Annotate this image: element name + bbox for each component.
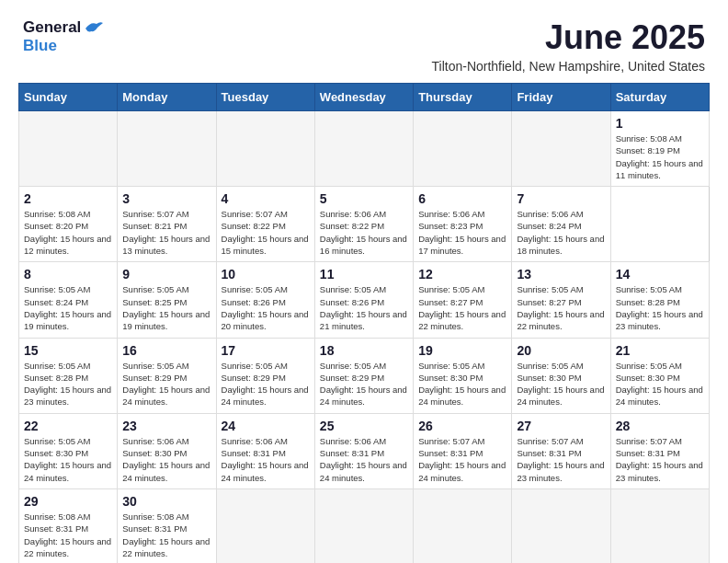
calendar-day-cell: [314, 488, 413, 563]
calendar-empty-cell: [314, 111, 413, 187]
day-info: Sunrise: 5:07 AMSunset: 8:31 PMDaylight:…: [418, 435, 506, 484]
calendar-day-cell: [610, 488, 709, 563]
day-number: 3: [122, 191, 210, 206]
calendar-day-cell: 22Sunrise: 5:05 AMSunset: 8:30 PMDayligh…: [19, 413, 118, 488]
calendar-empty-cell: [414, 111, 512, 187]
calendar-empty-cell: [216, 111, 314, 187]
calendar-day-cell: 12Sunrise: 5:05 AMSunset: 8:27 PMDayligh…: [414, 262, 512, 338]
header-saturday: Saturday: [610, 84, 709, 111]
day-number: 30: [122, 494, 210, 509]
day-info: Sunrise: 5:08 AMSunset: 8:19 PMDaylight:…: [616, 132, 704, 181]
day-info: Sunrise: 5:06 AMSunset: 8:31 PMDaylight:…: [222, 435, 310, 484]
calendar-week-row: 15Sunrise: 5:05 AMSunset: 8:28 PMDayligh…: [19, 338, 710, 413]
day-info: Sunrise: 5:08 AMSunset: 8:31 PMDaylight:…: [122, 511, 210, 559]
calendar-day-cell: 9Sunrise: 5:05 AMSunset: 8:25 PMDaylight…: [118, 262, 216, 338]
calendar-day-cell: 14Sunrise: 5:05 AMSunset: 8:28 PMDayligh…: [610, 262, 709, 338]
calendar-week-row: 29Sunrise: 5:08 AMSunset: 8:31 PMDayligh…: [19, 488, 710, 563]
calendar-day-cell: 23Sunrise: 5:06 AMSunset: 8:30 PMDayligh…: [118, 413, 216, 488]
day-info: Sunrise: 5:05 AMSunset: 8:30 PMDaylight:…: [418, 360, 506, 408]
calendar-table: Sunday Monday Tuesday Wednesday Thursday…: [18, 83, 710, 563]
calendar-day-cell: 16Sunrise: 5:05 AMSunset: 8:29 PMDayligh…: [118, 338, 216, 413]
calendar-day-cell: 18Sunrise: 5:05 AMSunset: 8:29 PMDayligh…: [314, 338, 413, 413]
day-number: 11: [320, 267, 408, 282]
calendar-week-row: 2Sunrise: 5:08 AMSunset: 8:20 PMDaylight…: [19, 187, 710, 262]
day-number: 8: [24, 267, 112, 282]
day-number: 27: [517, 419, 605, 433]
day-number: 5: [320, 191, 408, 206]
day-info: Sunrise: 5:05 AMSunset: 8:26 PMDaylight:…: [222, 283, 310, 332]
calendar-header-row: Sunday Monday Tuesday Wednesday Thursday…: [19, 84, 710, 111]
calendar-day-cell: 1Sunrise: 5:08 AMSunset: 8:19 PMDaylight…: [610, 111, 709, 187]
logo-blue-text: Blue: [23, 37, 57, 54]
day-number: 28: [616, 419, 704, 433]
calendar-day-cell: 8Sunrise: 5:05 AMSunset: 8:24 PMDaylight…: [19, 262, 118, 338]
day-info: Sunrise: 5:07 AMSunset: 8:21 PMDaylight:…: [122, 208, 210, 257]
day-number: 4: [222, 191, 310, 206]
calendar-day-cell: [216, 488, 314, 563]
calendar-day-cell: 24Sunrise: 5:06 AMSunset: 8:31 PMDayligh…: [216, 413, 314, 488]
day-info: Sunrise: 5:07 AMSunset: 8:31 PMDaylight:…: [517, 435, 605, 484]
day-info: Sunrise: 5:06 AMSunset: 8:23 PMDaylight:…: [418, 208, 506, 257]
day-number: 14: [616, 267, 704, 282]
day-info: Sunrise: 5:07 AMSunset: 8:31 PMDaylight:…: [616, 435, 704, 484]
header-sunday: Sunday: [19, 84, 118, 111]
day-number: 21: [616, 343, 704, 358]
calendar-week-row: 22Sunrise: 5:05 AMSunset: 8:30 PMDayligh…: [19, 413, 710, 488]
location-title: Tilton-Northfield, New Hampshire, United…: [432, 59, 706, 74]
day-info: Sunrise: 5:05 AMSunset: 8:29 PMDaylight:…: [320, 360, 408, 408]
day-number: 17: [222, 343, 310, 358]
page-header: General Blue June 2025 Tilton-Northfield…: [9, 9, 719, 78]
calendar-day-cell: [414, 488, 512, 563]
logo-bird-icon: [84, 19, 104, 36]
title-area: June 2025 Tilton-Northfield, New Hampshi…: [432, 18, 706, 74]
day-info: Sunrise: 5:08 AMSunset: 8:31 PMDaylight:…: [24, 511, 112, 559]
calendar-day-cell: 21Sunrise: 5:05 AMSunset: 8:30 PMDayligh…: [610, 338, 709, 413]
day-number: 10: [222, 267, 310, 282]
calendar-day-cell: 13Sunrise: 5:05 AMSunset: 8:27 PMDayligh…: [512, 262, 610, 338]
calendar-day-cell: 6Sunrise: 5:06 AMSunset: 8:23 PMDaylight…: [414, 187, 512, 262]
calendar-day-cell: 28Sunrise: 5:07 AMSunset: 8:31 PMDayligh…: [610, 413, 709, 488]
day-number: 12: [418, 267, 506, 282]
day-number: 25: [320, 419, 408, 433]
day-info: Sunrise: 5:05 AMSunset: 8:27 PMDaylight:…: [517, 283, 605, 332]
calendar-day-cell: 17Sunrise: 5:05 AMSunset: 8:29 PMDayligh…: [216, 338, 314, 413]
header-monday: Monday: [118, 84, 216, 111]
day-info: Sunrise: 5:05 AMSunset: 8:30 PMDaylight:…: [24, 435, 112, 484]
day-number: 19: [418, 343, 506, 358]
calendar-day-cell: 7Sunrise: 5:06 AMSunset: 8:24 PMDaylight…: [512, 187, 610, 262]
day-number: 2: [24, 191, 112, 206]
calendar-day-cell: 10Sunrise: 5:05 AMSunset: 8:26 PMDayligh…: [216, 262, 314, 338]
calendar-day-cell: 15Sunrise: 5:05 AMSunset: 8:28 PMDayligh…: [19, 338, 118, 413]
calendar-day-cell: 2Sunrise: 5:08 AMSunset: 8:20 PMDaylight…: [19, 187, 118, 262]
header-tuesday: Tuesday: [216, 84, 314, 111]
day-info: Sunrise: 5:05 AMSunset: 8:25 PMDaylight:…: [122, 283, 210, 332]
calendar-day-cell: 30Sunrise: 5:08 AMSunset: 8:31 PMDayligh…: [118, 488, 216, 563]
calendar-day-cell: [512, 488, 610, 563]
calendar-day-cell: 25Sunrise: 5:06 AMSunset: 8:31 PMDayligh…: [314, 413, 413, 488]
day-number: 29: [24, 494, 112, 509]
header-friday: Friday: [512, 84, 610, 111]
header-wednesday: Wednesday: [314, 84, 413, 111]
day-info: Sunrise: 5:05 AMSunset: 8:27 PMDaylight:…: [418, 283, 506, 332]
day-info: Sunrise: 5:06 AMSunset: 8:30 PMDaylight:…: [122, 435, 210, 484]
calendar-empty-cell: [19, 111, 118, 187]
calendar-day-cell: 4Sunrise: 5:07 AMSunset: 8:22 PMDaylight…: [216, 187, 314, 262]
day-number: 23: [122, 419, 210, 433]
day-info: Sunrise: 5:05 AMSunset: 8:29 PMDaylight:…: [222, 360, 310, 408]
calendar-day-cell: 26Sunrise: 5:07 AMSunset: 8:31 PMDayligh…: [414, 413, 512, 488]
day-info: Sunrise: 5:05 AMSunset: 8:28 PMDaylight:…: [24, 360, 112, 408]
day-info: Sunrise: 5:05 AMSunset: 8:28 PMDaylight:…: [616, 283, 704, 332]
calendar-day-cell: 3Sunrise: 5:07 AMSunset: 8:21 PMDaylight…: [118, 187, 216, 262]
day-number: 20: [517, 343, 605, 358]
day-info: Sunrise: 5:05 AMSunset: 8:26 PMDaylight:…: [320, 283, 408, 332]
day-number: 15: [24, 343, 112, 358]
day-number: 16: [122, 343, 210, 358]
month-title: June 2025: [432, 18, 706, 57]
day-info: Sunrise: 5:07 AMSunset: 8:22 PMDaylight:…: [222, 208, 310, 257]
day-number: 22: [24, 419, 112, 433]
calendar-day-cell: 19Sunrise: 5:05 AMSunset: 8:30 PMDayligh…: [414, 338, 512, 413]
calendar-empty-cell: [512, 111, 610, 187]
day-info: Sunrise: 5:05 AMSunset: 8:29 PMDaylight:…: [122, 360, 210, 408]
logo: General Blue: [23, 18, 104, 55]
day-number: 18: [320, 343, 408, 358]
